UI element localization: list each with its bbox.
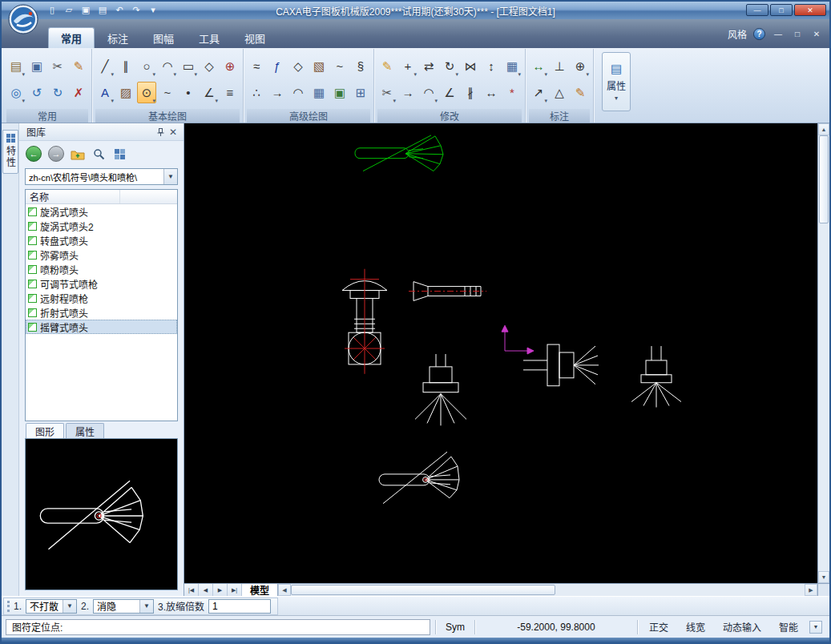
scroll-right-icon[interactable]: ▶ [805, 584, 817, 596]
paste-icon[interactable]: ▤▾ [6, 55, 26, 77]
lineweight-toggle[interactable]: 线宽 [680, 620, 712, 634]
list-column-header[interactable]: 名称 [26, 190, 177, 204]
customize-quick-access-icon[interactable]: ▾ [146, 3, 160, 17]
tab-view[interactable]: 视图 [232, 27, 277, 48]
properties-panel-button[interactable]: ▤ 属性 ▾ [602, 52, 631, 111]
symbol-mark-icon[interactable]: △ [550, 82, 569, 103]
tab-common[interactable]: 常用 [48, 27, 95, 48]
close-panel-icon[interactable]: ✕ [167, 126, 180, 139]
ortho-toggle[interactable]: 正交 [643, 620, 675, 634]
vertical-scroll-track[interactable] [818, 223, 829, 571]
list-item[interactable]: 弥雾喷头 [26, 248, 177, 262]
scroll-up-icon[interactable]: ▲ [818, 123, 829, 135]
format-brush-icon[interactable]: ✎ [69, 55, 88, 77]
print-icon[interactable]: ▤ [95, 3, 110, 17]
drawing-canvas[interactable] [184, 123, 817, 583]
list-item[interactable]: 折射式喷头 [26, 305, 177, 320]
help-icon[interactable]: ? [753, 28, 765, 40]
model-sheet-tab[interactable]: 模型 [242, 584, 278, 596]
tab-sheet[interactable]: 图幅 [141, 27, 186, 48]
hatch-icon[interactable]: ▨ [116, 82, 135, 103]
previous-sheet-icon[interactable]: ◀ [199, 584, 213, 596]
last-sheet-icon[interactable]: ▶| [228, 584, 242, 596]
parallel-line-icon[interactable]: ∥ [116, 55, 135, 77]
undo-icon[interactable]: ↶ [112, 3, 127, 17]
spline-curve-icon[interactable]: ≈ [247, 55, 266, 77]
divide-icon[interactable]: ≡ [220, 82, 240, 103]
block-icon[interactable]: ▣ [330, 82, 349, 103]
redo-icon[interactable]: ↻ [48, 82, 67, 103]
array-icon[interactable]: ▦▾ [502, 55, 522, 77]
chamfer-icon[interactable]: ∠▾ [200, 82, 219, 103]
horizontal-scroll-track[interactable] [555, 584, 805, 596]
contour-icon[interactable]: ◇ [288, 55, 308, 77]
formula-curve-icon[interactable]: ƒ [268, 55, 287, 77]
explode-icon[interactable]: * [502, 82, 522, 103]
minimize-button[interactable]: — [746, 4, 768, 16]
tab-dimension[interactable]: 标注 [95, 27, 140, 48]
dimension-icon[interactable]: ↔▾ [529, 55, 548, 77]
cloud-line-icon[interactable]: ◠ [288, 82, 308, 103]
library-path-combobox[interactable]: zh-cn\农机符号\喷头和喷枪\ ▼ [25, 168, 178, 185]
cut-icon[interactable]: ✂ [48, 55, 67, 77]
close-button[interactable]: ✕ [794, 4, 826, 16]
undo-icon[interactable]: ↺ [27, 82, 46, 103]
list-item[interactable]: 可调节式喷枪 [26, 276, 177, 291]
open-icon[interactable]: ▱ [62, 3, 76, 17]
app-logo-icon[interactable] [7, 3, 39, 35]
trim-icon[interactable]: ✂▾ [377, 82, 397, 103]
line-icon[interactable]: ╱▾ [95, 55, 115, 77]
table-icon[interactable]: ▦ [309, 82, 329, 103]
corner-chamfer-icon[interactable]: ∠ [440, 82, 459, 103]
arrow-icon[interactable]: → [268, 82, 287, 103]
move-icon[interactable]: +▾ [398, 55, 418, 77]
insert-object-icon[interactable]: ⊞ [351, 82, 370, 103]
list-item[interactable]: 远射程喷枪 [26, 291, 177, 305]
mdi-minimize-icon[interactable]: — [772, 30, 785, 38]
zoom-icon[interactable]: ◎▾ [6, 82, 26, 103]
maximize-button[interactable]: □ [770, 4, 793, 16]
rectangle-icon[interactable]: ▭▾ [179, 55, 198, 77]
tab-tools[interactable]: 工具 [187, 27, 232, 48]
tab-attributes[interactable]: 属性 [66, 423, 104, 438]
tolerance-icon[interactable]: ⊕▾ [571, 55, 590, 77]
extend-icon[interactable]: → [398, 82, 418, 103]
list-item[interactable]: 转盘式喷头 [26, 233, 177, 248]
new-document-icon[interactable]: ▯ [45, 3, 59, 17]
leader-icon[interactable]: ↗▾ [529, 82, 548, 103]
hide-mode-combobox[interactable]: 消隐 ▼ [93, 599, 154, 614]
forward-button[interactable]: → [48, 146, 64, 162]
smart-snap-toggle[interactable]: 智能 [773, 620, 805, 634]
chevron-down-icon[interactable]: ▼ [139, 600, 153, 613]
mdi-close-icon[interactable]: ✕ [810, 30, 823, 38]
horizontal-scroll-thumb[interactable] [291, 585, 555, 595]
points-icon[interactable]: ∴ [247, 82, 266, 103]
scale-icon[interactable]: ↕ [482, 55, 501, 77]
view-mode-icon[interactable] [112, 147, 127, 161]
mirror-icon[interactable]: ⋈ [461, 55, 480, 77]
vertical-scrollbar[interactable]: ▲ ▼ [817, 123, 829, 596]
explode-mode-combobox[interactable]: 不打散 ▼ [26, 599, 77, 614]
scale-factor-input[interactable]: 1 [208, 599, 271, 614]
properties-palette-tab[interactable]: 特性 [2, 130, 18, 174]
chevron-down-icon[interactable]: ▼ [809, 621, 822, 634]
stretch-icon[interactable]: ↔ [482, 82, 501, 103]
mdi-restore-icon[interactable]: □ [791, 30, 804, 38]
list-item[interactable]: 旋涡式喷头2 [26, 219, 177, 233]
center-line-icon[interactable]: ⊕ [220, 55, 240, 77]
text-icon[interactable]: A▾ [95, 82, 115, 103]
chevron-down-icon[interactable]: ▼ [163, 169, 177, 184]
rotate-icon[interactable]: ↻▾ [440, 55, 459, 77]
horizontal-scrollbar[interactable]: ◀ ▶ [278, 584, 817, 596]
folder-up-icon[interactable] [71, 147, 85, 161]
back-button[interactable]: ← [26, 146, 42, 162]
save-icon[interactable]: ▣ [79, 3, 93, 17]
name-column-header[interactable]: 名称 [26, 190, 120, 203]
search-icon[interactable] [91, 147, 106, 161]
ellipse-icon[interactable]: ⊙▾ [137, 82, 156, 103]
polygon-icon[interactable]: ◇ [200, 55, 219, 77]
toolbar-grip[interactable] [7, 601, 10, 612]
edit-dimension-icon[interactable]: ✎ [571, 82, 590, 103]
coil-icon[interactable]: § [351, 55, 370, 77]
vertical-scroll-thumb[interactable] [819, 135, 829, 223]
